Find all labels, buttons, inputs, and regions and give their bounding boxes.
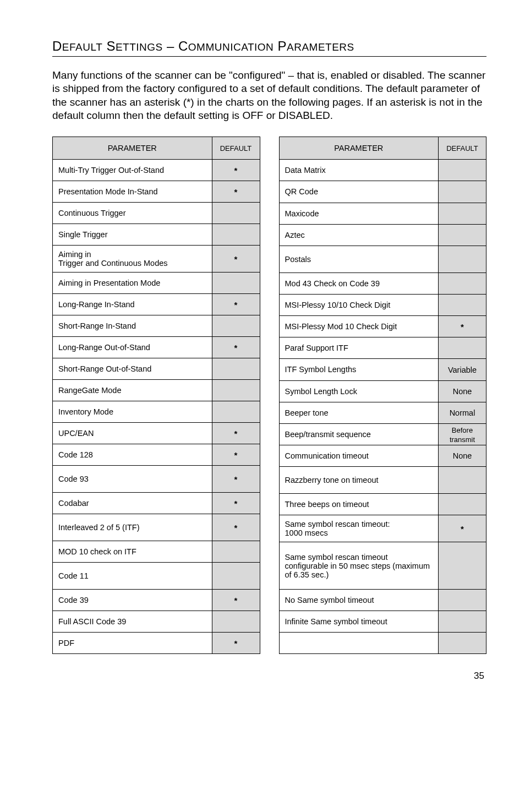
param-label: No Same symbol timeout (279, 589, 439, 611)
table-row: Beeper toneNormal (279, 402, 486, 423)
table-row: Three beeps on timeout (279, 494, 486, 515)
param-default: * (212, 337, 260, 358)
param-default (439, 337, 486, 359)
param-label: MSI-Plessy Mod 10 Check Digit (279, 316, 439, 337)
param-label: Continuous Trigger (53, 203, 212, 224)
param-default: Before transmit (439, 423, 486, 445)
param-default (439, 542, 486, 589)
title-rule (52, 56, 486, 57)
param-label: Inventory Mode (53, 401, 212, 423)
param-label (279, 633, 439, 654)
table-row: Interleaved 2 of 5 (ITF)* (53, 514, 260, 541)
param-default: * (212, 294, 260, 315)
param-label: UPC/EAN (53, 423, 212, 444)
table-row: No Same symbol timeout (279, 589, 486, 611)
param-label: Infinite Same symbol timeout (279, 611, 439, 632)
table-row: Data Matrix (279, 160, 486, 181)
table-row: Code 93* (53, 466, 260, 493)
param-label: Single Trigger (53, 224, 212, 246)
table-row: Paraf Support ITF (279, 337, 486, 359)
param-label: Multi-Try Trigger Out-of-Stand (53, 160, 212, 181)
param-default (212, 203, 260, 224)
param-default: * (212, 514, 260, 541)
param-default (439, 246, 486, 273)
param-default: * (439, 515, 486, 542)
page-title: DEFAULT SETTINGS – COMMUNICATION PARAMET… (52, 39, 486, 54)
table-row: Same symbol rescan timeout configurable … (279, 542, 486, 589)
param-label: Symbol Length Lock (279, 380, 439, 402)
table-row: Code 128* (53, 444, 260, 466)
param-default: Variable (439, 359, 486, 380)
table-row: Presentation Mode In-Stand* (53, 181, 260, 203)
param-label: Presentation Mode In-Stand (53, 181, 212, 203)
param-label: Long-Range In-Stand (53, 294, 212, 315)
param-default: * (439, 316, 486, 337)
param-default: * (212, 633, 260, 654)
param-label: MSI-Plessy 10/10 Check Digit (279, 295, 439, 316)
tables-container: PARAMETER DEFAULT Multi-Try Trigger Out-… (52, 137, 486, 654)
right-table: PARAMETER DEFAULT Data MatrixQR CodeMaxi… (279, 137, 487, 654)
param-label: MOD 10 check on ITF (53, 541, 212, 563)
param-label: Code 39 (53, 590, 212, 611)
param-label: Short-Range Out-of-Stand (53, 358, 212, 380)
table-row: Short-Range Out-of-Stand (53, 358, 260, 380)
param-label: Aiming in Presentation Mode (53, 273, 212, 294)
table-row: MOD 10 check on ITF (53, 541, 260, 563)
param-label: Postals (279, 246, 439, 273)
param-label: RangeGate Mode (53, 380, 212, 401)
table-row: QR Code (279, 181, 486, 203)
table-row: Multi-Try Trigger Out-of-Stand* (53, 160, 260, 181)
left-header-param: PARAMETER (53, 137, 212, 160)
param-label: Code 93 (53, 466, 212, 493)
param-label: Aiming inTrigger and Continuous Modes (53, 246, 212, 273)
param-default: None (439, 445, 486, 466)
table-row: Single Trigger (53, 224, 260, 246)
param-default (439, 273, 486, 294)
table-row: Same symbol rescan timeout:1000 msecs* (279, 515, 486, 542)
param-default (212, 541, 260, 563)
param-default (212, 563, 260, 590)
param-label: Same symbol rescan timeout configurable … (279, 542, 439, 589)
param-default (439, 160, 486, 181)
param-default (439, 589, 486, 611)
table-row: Mod 43 Check on Code 39 (279, 273, 486, 294)
param-label: Razzberry tone on timeout (279, 467, 439, 494)
right-header-param: PARAMETER (279, 137, 439, 160)
table-row: Communication timeoutNone (279, 445, 486, 466)
table-row (279, 633, 486, 654)
param-default (439, 611, 486, 632)
param-default (212, 224, 260, 246)
param-label: Aztec (279, 224, 439, 246)
param-default (439, 203, 486, 224)
param-label: Code 11 (53, 563, 212, 590)
param-default: * (212, 444, 260, 466)
param-default: None (439, 380, 486, 402)
table-row: MSI-Plessy Mod 10 Check Digit* (279, 316, 486, 337)
intro-paragraph: Many functions of the scanner can be "co… (52, 69, 486, 122)
table-row: Codabar* (53, 493, 260, 514)
param-label: Same symbol rescan timeout:1000 msecs (279, 515, 439, 542)
param-label: QR Code (279, 181, 439, 203)
param-label: Maxicode (279, 203, 439, 224)
table-row: Long-Range In-Stand* (53, 294, 260, 315)
table-row: Full ASCII Code 39 (53, 611, 260, 633)
param-default (212, 358, 260, 380)
table-row: Long-Range Out-of-Stand* (53, 337, 260, 358)
param-default: * (212, 466, 260, 493)
param-label: ITF Symbol Lengths (279, 359, 439, 380)
table-row: Symbol Length LockNone (279, 380, 486, 402)
param-default: * (212, 181, 260, 203)
param-label: Long-Range Out-of-Stand (53, 337, 212, 358)
left-table: PARAMETER DEFAULT Multi-Try Trigger Out-… (52, 137, 260, 654)
param-default (212, 401, 260, 423)
table-row: Code 39* (53, 590, 260, 611)
table-row: Aiming in Presentation Mode (53, 273, 260, 294)
param-label: Code 128 (53, 444, 212, 466)
param-label: Data Matrix (279, 160, 439, 181)
param-default (439, 181, 486, 203)
param-default: * (212, 160, 260, 181)
param-default (439, 295, 486, 316)
param-label: Beep/transmit sequence (279, 423, 439, 445)
param-label: Beeper tone (279, 402, 439, 423)
table-row: MSI-Plessy 10/10 Check Digit (279, 295, 486, 316)
